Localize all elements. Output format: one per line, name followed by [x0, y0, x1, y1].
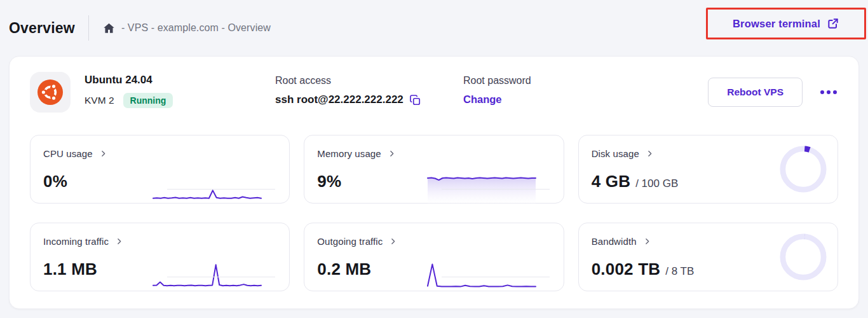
breadcrumb[interactable]: - VPS - example.com - Overview: [121, 22, 271, 34]
incoming-traffic-sparkline-chart: [167, 241, 275, 274]
disk-usage-total: / 100 GB: [635, 177, 678, 190]
ubuntu-logo-icon: [37, 80, 63, 105]
chevron-right-icon: [388, 149, 396, 158]
header-divider: [88, 15, 89, 41]
outgoing-traffic-link[interactable]: Outgoing traffic: [317, 236, 397, 247]
cpu-usage-value: 0%: [43, 172, 67, 191]
outgoing-traffic-value: 0.2 MB: [317, 259, 371, 279]
more-options-icon[interactable]: [819, 86, 838, 98]
incoming-traffic-link[interactable]: Incoming traffic: [43, 236, 123, 247]
cpu-sparkline-chart: [167, 153, 275, 186]
chevron-right-icon: [646, 149, 654, 158]
change-password-link[interactable]: Change: [463, 93, 531, 106]
memory-usage-value: 9%: [317, 172, 341, 191]
page-title: Overview: [9, 20, 75, 37]
status-badge: Running: [123, 93, 173, 108]
browser-terminal-link[interactable]: Browser terminal: [733, 17, 839, 30]
cpu-usage-link[interactable]: CPU usage: [43, 148, 107, 159]
memory-usage-link[interactable]: Memory usage: [317, 148, 395, 159]
vps-overview-panel: Ubuntu 24.04 KVM 2 Running Root access s…: [9, 56, 859, 309]
root-access-label: Root access: [275, 75, 421, 86]
stat-card-incoming-traffic: Incoming traffic 1.1 MB: [30, 223, 290, 291]
disk-usage-value: 4 GB: [592, 172, 630, 191]
outgoing-traffic-label: Outgoing traffic: [317, 236, 383, 247]
stat-card-outgoing-traffic: Outgoing traffic 0.2 MB: [304, 223, 564, 291]
root-password-block: Root password Change: [463, 75, 531, 106]
root-password-label: Root password: [463, 75, 531, 86]
disk-usage-donut-chart: [779, 145, 827, 193]
root-access-block: Root access ssh root@22.222.222.222: [275, 75, 421, 106]
disk-usage-label: Disk usage: [592, 148, 639, 159]
stat-card-disk: Disk usage 4 GB / 100 GB: [578, 135, 838, 204]
annotation-red-box: Browser terminal: [706, 8, 866, 39]
incoming-traffic-label: Incoming traffic: [43, 236, 109, 247]
bandwidth-total: / 8 TB: [665, 265, 694, 278]
server-controls: Reboot VPS: [708, 78, 838, 107]
chevron-right-icon: [389, 237, 397, 245]
home-icon[interactable]: [102, 22, 116, 35]
ssh-command: ssh root@22.222.222.222: [275, 93, 403, 106]
outgoing-traffic-sparkline-chart: [442, 241, 550, 274]
browser-terminal-label: Browser terminal: [733, 18, 820, 30]
os-logo-tile: [30, 72, 71, 113]
chevron-right-icon: [99, 149, 107, 158]
stat-card-bandwidth: Bandwidth 0.002 TB / 8 TB: [578, 223, 838, 291]
server-info-row: Ubuntu 24.04 KVM 2 Running Root access s…: [30, 72, 838, 114]
external-link-icon: [827, 17, 839, 30]
stat-card-cpu: CPU usage 0%: [30, 135, 290, 204]
disk-usage-link[interactable]: Disk usage: [592, 148, 654, 159]
chevron-right-icon: [115, 237, 123, 245]
bandwidth-label: Bandwidth: [592, 236, 637, 247]
cpu-usage-label: CPU usage: [43, 148, 93, 159]
plan-name: KVM 2: [85, 95, 114, 106]
copy-icon[interactable]: [409, 94, 421, 106]
bandwidth-value: 0.002 TB: [592, 259, 661, 279]
incoming-traffic-value: 1.1 MB: [43, 259, 97, 279]
stat-card-memory: Memory usage 9%: [304, 135, 564, 204]
os-name: Ubuntu 24.04: [85, 74, 173, 86]
memory-sparkline-chart: [442, 153, 550, 186]
memory-usage-label: Memory usage: [317, 148, 381, 159]
bandwidth-donut-chart: [779, 233, 827, 281]
chevron-right-icon: [643, 237, 651, 245]
stats-grid: CPU usage 0% Memory usage 9% Disk usage: [30, 135, 838, 291]
reboot-vps-button[interactable]: Reboot VPS: [708, 78, 803, 107]
bandwidth-link[interactable]: Bandwidth: [592, 236, 651, 247]
os-info: Ubuntu 24.04 KVM 2 Running: [85, 74, 173, 108]
